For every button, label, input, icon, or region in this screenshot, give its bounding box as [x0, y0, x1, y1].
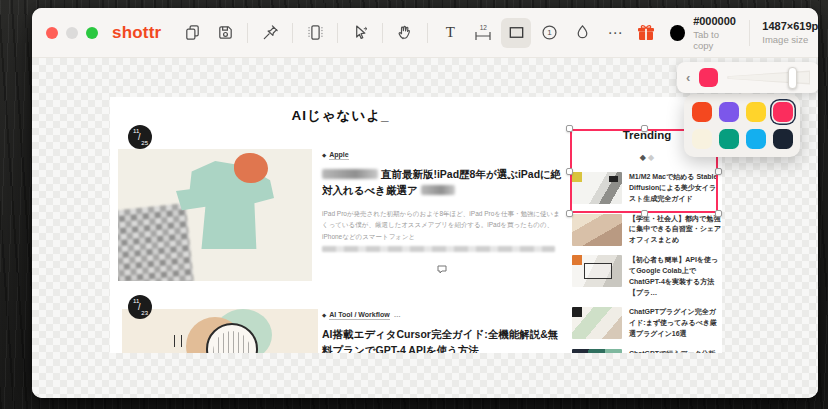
- color-swatch-pink-selected[interactable]: [773, 102, 793, 122]
- info-divider: [749, 20, 750, 46]
- hatch-marks: [174, 335, 182, 347]
- svg-text:1: 1: [547, 28, 552, 37]
- image-size-label: Image size: [762, 34, 818, 45]
- resize-handle-bottom-left[interactable]: [566, 210, 573, 217]
- thickness-knob[interactable]: [788, 67, 797, 89]
- zoom-button[interactable]: [86, 27, 98, 39]
- rectangle-icon: [507, 23, 526, 42]
- resize-handle-bottom-middle[interactable]: [641, 210, 648, 217]
- save-icon: [216, 23, 235, 42]
- toolbar: shottr: [32, 8, 818, 58]
- pointer-tool-button[interactable]: [345, 18, 375, 48]
- pin-button[interactable]: [255, 18, 285, 48]
- counter-icon: 1: [540, 23, 559, 42]
- resize-handle-bottom-right[interactable]: [715, 210, 722, 217]
- more-icon: ⋯: [607, 24, 623, 42]
- color-swatch-cyan[interactable]: [746, 129, 766, 149]
- orange-blob: [234, 153, 268, 183]
- color-chip-block[interactable]: #000000 Tab to copy: [670, 15, 737, 51]
- editor-canvas[interactable]: AIじゃないよ_ 11 / 25 ◆Apple 直前最新版!iPad歴8年が選ぶ…: [32, 58, 818, 398]
- diamond-bullet: ◆: [322, 312, 326, 318]
- gift-button[interactable]: [636, 18, 656, 48]
- picked-color-chip[interactable]: [670, 25, 685, 41]
- article-thumbnail: [122, 309, 318, 353]
- app-logo: shottr: [112, 23, 161, 43]
- measure-tool-button[interactable]: 12: [468, 18, 498, 48]
- shottr-window: shottr: [32, 8, 818, 398]
- article-text: ◆Apple 直前最新版!iPad歴8年が選ぶiPadに絶対入れるべき厳選ア i…: [322, 151, 562, 278]
- toolbar-separator: [337, 23, 338, 43]
- trending-item: ChatGPTで行うデータ分析入門ガイド!グラフの日本語: [572, 349, 722, 353]
- resize-handle-top-middle[interactable]: [641, 125, 648, 132]
- trending-thumbnail: [572, 255, 622, 287]
- color-palette-popover: [684, 94, 800, 157]
- rectangle-tool-button[interactable]: [501, 18, 531, 48]
- minimize-button[interactable]: [66, 27, 78, 39]
- picked-color-hint: Tab to copy: [693, 29, 737, 51]
- article-category: ◆Apple: [322, 151, 562, 158]
- resize-handle-middle-left[interactable]: [566, 168, 573, 175]
- hand-tool-button[interactable]: [390, 18, 420, 48]
- image-size-block: 1487×619pt Image size: [762, 20, 818, 45]
- blurred-text: [421, 185, 455, 195]
- color-swatch-navy[interactable]: [773, 129, 793, 149]
- status-info: #000000 Tab to copy 1487×619pt Image siz…: [670, 15, 818, 51]
- image-size-value: 1487×619pt: [762, 20, 818, 32]
- trending-item: 【学生・社会人】都内で勉強に集中できる自習室・シェアオフィスまとめ: [572, 214, 722, 247]
- thickness-slider[interactable]: [727, 67, 810, 89]
- blog-title: AIじゃないよ_: [118, 107, 563, 125]
- thickness-track: [727, 70, 810, 86]
- save-button[interactable]: [210, 18, 240, 48]
- date-badge: 11 / 25: [128, 125, 152, 149]
- ruler-icon: 12: [474, 25, 492, 41]
- window-controls: [46, 27, 98, 39]
- toolbar-separator: [247, 23, 248, 43]
- toolbar-separator: [427, 23, 428, 43]
- color-swatch-teal[interactable]: [719, 129, 739, 149]
- text-tool-icon: T: [446, 24, 455, 41]
- color-swatch-purple[interactable]: [719, 102, 739, 122]
- color-swatch-cream[interactable]: [692, 129, 712, 149]
- droplet-icon: [573, 23, 592, 42]
- toolbar-separator: [382, 23, 383, 43]
- text-tool-button[interactable]: T: [435, 18, 465, 48]
- article-category: ◆AI Tool / Workflow…: [322, 311, 562, 318]
- article-title: AI搭載エディタCursor完全ガイド:全機能解説&無料プランでGPT-4 AP…: [322, 326, 562, 353]
- picked-color-hex: #000000: [693, 15, 737, 27]
- trending-thumbnail: [572, 349, 622, 353]
- current-color-swatch[interactable]: [699, 68, 718, 87]
- resize-handle-middle-right[interactable]: [715, 168, 722, 175]
- style-bar: ‹: [677, 62, 818, 93]
- close-button[interactable]: [46, 27, 58, 39]
- gift-icon: [636, 23, 656, 43]
- color-swatch-orange[interactable]: [692, 102, 712, 122]
- trending-thumbnail: [572, 214, 622, 246]
- toolbar-separator: [292, 23, 293, 43]
- pointer-icon: [351, 23, 370, 42]
- copy-button[interactable]: [177, 18, 207, 48]
- scrolling-capture-button[interactable]: [300, 18, 330, 48]
- article-thumbnail: [118, 149, 312, 281]
- blurred-line: [322, 246, 555, 252]
- counter-tool-button[interactable]: 1: [534, 18, 564, 48]
- article-title: 直前最新版!iPad歴8年が選ぶiPadに絶対入れるべき厳選ア: [322, 166, 562, 199]
- resize-handle-top-left[interactable]: [566, 125, 573, 132]
- date-badge: 11 / 23: [128, 295, 152, 319]
- trending-item: ChatGPTプラグイン完全ガイド:まず使ってみるべき厳選プラグイン16選: [572, 307, 722, 340]
- scrolling-capture-icon: [306, 23, 325, 42]
- comment-icon: [436, 260, 448, 278]
- copy-icon: [183, 23, 202, 42]
- diamond-bullet: ◆: [322, 152, 326, 158]
- article-body: iPad Proが発売された初期からのおよそ8年ほど、iPad Proを仕事・勉…: [322, 208, 562, 243]
- desktop: { "app": { "name": "shottr" }, "toolbar"…: [0, 0, 828, 409]
- tool-group: T 12 1: [177, 18, 630, 48]
- trending-item: 【初心者も簡単】APIを使ってGoogle Colab上でChatGPT-4を実…: [572, 255, 722, 298]
- collapse-chevron-icon[interactable]: ‹: [686, 71, 690, 84]
- hand-icon: [396, 23, 415, 42]
- more-tools-button[interactable]: ⋯: [600, 18, 630, 48]
- color-swatch-yellow[interactable]: [746, 102, 766, 122]
- article-text: ◆AI Tool / Workflow… AI搭載エディタCursor完全ガイド…: [322, 311, 562, 353]
- category-more: …: [394, 311, 401, 318]
- pin-icon: [261, 23, 280, 42]
- blur-tool-button[interactable]: [567, 18, 597, 48]
